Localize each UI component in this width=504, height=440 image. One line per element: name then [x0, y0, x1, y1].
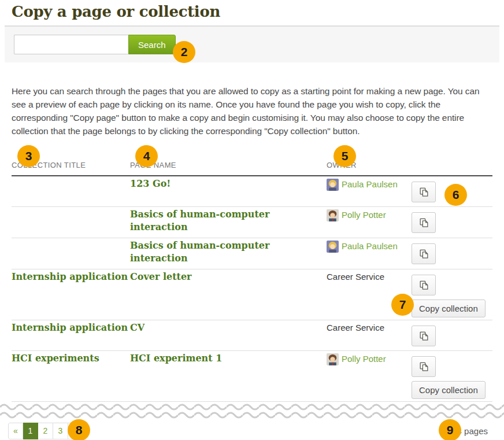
copy-page-button[interactable] [412, 275, 436, 295]
annotation-badge-copy-collection: 7 [391, 294, 414, 316]
buttons-cell [412, 320, 492, 351]
wave-divider [0, 403, 504, 420]
table-header-row: COLLECTION TITLE PAGE NAME OWNER [12, 138, 492, 176]
collection-title-link[interactable]: Internship application [12, 271, 128, 282]
search-panel: Search [5, 25, 499, 62]
collection-title-cell [12, 176, 130, 207]
collection-title-cell: Internship application [12, 269, 130, 320]
owner-link[interactable]: Paula Paulsen [342, 241, 398, 251]
page-name-cell: Basics of human-computer interaction [130, 207, 327, 238]
polly-avatar [327, 209, 339, 221]
copy-icon [418, 249, 429, 260]
buttons-cell [412, 207, 492, 238]
pagination-first[interactable]: « [8, 423, 23, 439]
annotation-badge-copy-page: 6 [444, 184, 467, 206]
collection-title-link[interactable]: Internship application [12, 322, 128, 333]
buttons-cell: Copy collection [412, 269, 492, 320]
copy-icon [418, 361, 429, 372]
page-name-cell: Cover letter [130, 269, 327, 320]
page-name-link[interactable]: Basics of human-computer interaction [130, 209, 269, 232]
owner-name: Career Service [327, 323, 384, 332]
annotation-badge-collection-title: 3 [17, 145, 40, 167]
page-name-cell: HCI experiment 1 [130, 351, 327, 402]
pagination-page-2[interactable]: 2 [38, 423, 53, 439]
owner-link[interactable]: Polly Potter [342, 210, 386, 220]
page-name-link[interactable]: Cover letter [130, 271, 192, 282]
owner-name: Career Service [327, 272, 384, 282]
header-page-name: PAGE NAME [130, 138, 327, 176]
paula-avatar [327, 241, 339, 253]
annotation-badge-page-name: 4 [135, 145, 158, 167]
page-name-link[interactable]: CV [130, 322, 144, 333]
table-row: 123 Go! Paula Paulsen [12, 176, 492, 207]
collection-title-cell: Internship application [12, 320, 130, 351]
copy-page-button[interactable] [412, 212, 436, 233]
paula-avatar [327, 179, 339, 191]
annotation-badge-results: 9 [439, 419, 461, 440]
annotation-badge-pagination: 8 [68, 419, 90, 440]
copy-page-button[interactable] [412, 326, 436, 346]
page-name-cell: Basics of human-computer interaction [130, 238, 327, 269]
header-buttons [412, 138, 492, 176]
copy-page-screen: Copy a page or collection Search Here yo… [0, 2, 504, 440]
owner-cell: Career Service [327, 320, 412, 351]
owner-cell: Paula Paulsen [327, 176, 412, 207]
collection-title-link[interactable]: HCI experiments [12, 353, 99, 364]
page-description: Here you can search through the pages th… [12, 84, 495, 138]
collection-title-cell: HCI experiments [12, 351, 130, 402]
copy-page-button[interactable] [412, 243, 436, 264]
table-row: Internship application CV Career Service [12, 320, 492, 351]
page-name-link[interactable]: HCI experiment 1 [130, 353, 222, 364]
table-row: HCI experiments HCI experiment 1 Polly P… [12, 351, 492, 402]
pagination-page-1[interactable]: 1 [23, 423, 38, 439]
pagination-page-3[interactable]: 3 [53, 423, 68, 439]
copy-page-button[interactable] [412, 356, 436, 377]
polly-avatar [327, 353, 339, 365]
table-row: Basics of human-computer interaction Pau… [12, 238, 492, 269]
page-name-link[interactable]: Basics of human-computer interaction [130, 240, 269, 264]
copy-collection-button[interactable]: Copy collection [412, 381, 486, 399]
search-button[interactable]: Search [128, 35, 176, 54]
collection-title-cell [12, 238, 130, 269]
copyable-pages-table: COLLECTION TITLE PAGE NAME OWNER 123 Go!… [12, 138, 492, 402]
annotation-badge-search: 2 [173, 41, 195, 63]
annotation-badge-owner: 5 [333, 145, 356, 167]
buttons-cell [412, 238, 492, 269]
table-row: Internship application Cover letter Care… [12, 269, 492, 320]
copy-icon [418, 331, 429, 342]
collection-title-cell [12, 207, 130, 238]
copy-collection-button[interactable]: Copy collection [412, 300, 486, 317]
buttons-cell: Copy collection [412, 351, 492, 402]
owner-link[interactable]: Paula Paulsen [342, 179, 398, 189]
page-name-cell: 123 Go! [130, 176, 327, 207]
page-name-link[interactable]: 123 Go! [130, 178, 171, 189]
copy-icon [418, 187, 429, 198]
copy-page-button[interactable] [412, 182, 436, 202]
owner-cell: Polly Potter [327, 207, 412, 238]
search-input[interactable] [14, 35, 128, 54]
table-row: Basics of human-computer interaction Pol… [12, 207, 492, 238]
copy-icon [418, 280, 429, 291]
owner-link[interactable]: Polly Potter [342, 354, 386, 364]
copy-icon [418, 217, 429, 228]
search-form: Search [14, 35, 490, 54]
page-name-cell: CV [130, 320, 327, 351]
owner-cell: Polly Potter [327, 351, 412, 402]
owner-cell: Paula Paulsen [327, 238, 412, 269]
page-title: Copy a page or collection [12, 2, 492, 21]
